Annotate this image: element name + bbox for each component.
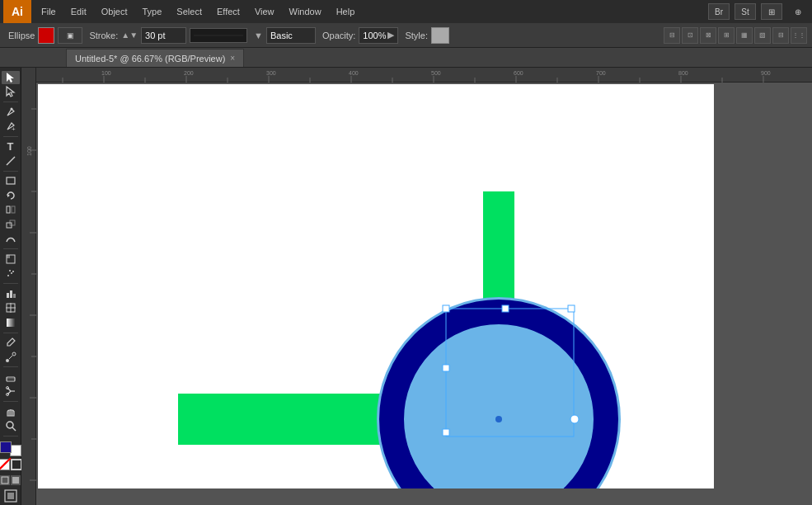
menu-help[interactable]: Help <box>330 5 362 18</box>
menu-bar: Ai File Edit Object Type Select Effect V… <box>0 0 812 23</box>
shape-name-label: Ellipse <box>8 31 35 40</box>
free-transform-tool[interactable] <box>2 252 20 266</box>
stroke-value-input[interactable] <box>141 27 186 44</box>
style-swatch[interactable] <box>431 27 449 44</box>
align-icon-4[interactable]: ⊞ <box>718 27 735 44</box>
main-area: + T <box>0 68 812 505</box>
menu-type[interactable]: Type <box>136 5 169 18</box>
workspace-grid-icon[interactable]: ⊞ <box>761 3 782 20</box>
mesh-tool[interactable] <box>2 301 20 314</box>
svg-rect-18 <box>10 290 12 298</box>
svg-text:600: 600 <box>514 70 523 76</box>
align-icon-5[interactable]: ▦ <box>736 27 753 44</box>
svg-point-25 <box>12 352 16 356</box>
bridge-icon[interactable]: Br <box>708 3 730 20</box>
svg-point-34 <box>7 422 13 428</box>
tab-bar: Untitled-5* @ 66.67% (RGB/Preview) × <box>0 48 812 68</box>
symbol-spray-tool[interactable] <box>2 267 20 281</box>
menu-window[interactable]: Window <box>283 5 328 18</box>
view-mode-2[interactable] <box>11 475 21 485</box>
svg-rect-27 <box>7 377 15 381</box>
tool-separator-4 <box>3 248 18 249</box>
menu-effect[interactable]: Effect <box>210 5 246 18</box>
ruler-horizontal: 100 200 300 400 500 600 <box>21 68 812 83</box>
hand-tool[interactable] <box>2 405 20 418</box>
center-dot <box>495 416 502 422</box>
align-icon-8[interactable]: ⋮⋮ <box>791 27 807 44</box>
background-color-swatch[interactable] <box>10 445 21 456</box>
blend-tool[interactable] <box>2 351 20 364</box>
search-icon[interactable]: ⊕ <box>787 3 809 20</box>
svg-rect-8 <box>12 206 15 213</box>
tool-separator-3 <box>3 171 18 172</box>
line-tool[interactable] <box>2 154 20 168</box>
stroke-arrows[interactable]: ▲▼ <box>121 31 138 40</box>
menu-file[interactable]: File <box>35 5 63 18</box>
stroke-style-dropdown[interactable] <box>190 28 247 43</box>
menu-edit[interactable]: Edit <box>64 5 93 18</box>
tool-separator-8 <box>3 401 18 402</box>
svg-point-14 <box>11 272 12 274</box>
stroke-color-swatch[interactable] <box>38 27 54 44</box>
opacity-value[interactable]: 100% ▶ <box>359 27 398 44</box>
warp-tool[interactable] <box>2 233 20 246</box>
svg-point-13 <box>7 275 9 276</box>
svg-rect-5 <box>7 177 15 184</box>
tool-separator-7 <box>3 366 18 367</box>
fill-stroke-toggle[interactable]: ▣ <box>58 27 82 44</box>
opacity-label: Opacity: <box>322 31 355 40</box>
svg-text:+: + <box>12 125 16 132</box>
svg-text:100: 100 <box>101 70 111 76</box>
rotate-tool[interactable] <box>2 189 20 202</box>
svg-point-15 <box>9 270 11 271</box>
svg-rect-36 <box>2 477 8 484</box>
direct-selection-tool[interactable] <box>2 86 20 99</box>
eyedropper-tool[interactable] <box>2 336 20 349</box>
scissors-tool[interactable] <box>2 385 20 399</box>
tool-separator-1 <box>3 101 18 102</box>
arrange-icons: ⊟ ⊡ ⊠ ⊞ ▦ ▧ ⊟ ⋮⋮ <box>664 27 807 44</box>
align-icon-6[interactable]: ▧ <box>754 27 771 44</box>
no-fill-icon[interactable] <box>0 459 10 470</box>
rectangle-tool[interactable] <box>2 174 20 187</box>
eraser-tool[interactable] <box>2 370 20 384</box>
pen-tool[interactable] <box>2 106 20 119</box>
scale-tool[interactable] <box>2 218 20 231</box>
gradient-tool[interactable] <box>2 316 20 329</box>
color-swatch-area <box>0 441 21 456</box>
stroke-none-icon[interactable] <box>11 459 22 470</box>
basic-style-dropdown[interactable]: Basic <box>266 27 316 44</box>
column-graph-tool[interactable] <box>2 287 20 300</box>
selection-tool[interactable] <box>2 71 20 84</box>
menu-view[interactable]: View <box>248 5 281 18</box>
svg-rect-37 <box>12 477 19 484</box>
align-icon-1[interactable]: ⊟ <box>664 27 680 44</box>
stroke-dropdown-arrow[interactable]: ▼ <box>254 31 263 40</box>
blue-circle <box>377 297 621 488</box>
svg-text:500: 500 <box>431 70 441 76</box>
add-anchor-tool[interactable]: + <box>2 120 20 133</box>
align-icon-3[interactable]: ⊠ <box>700 27 716 44</box>
stock-icon[interactable]: St <box>735 3 756 20</box>
menu-object[interactable]: Object <box>95 5 134 18</box>
svg-point-2 <box>10 107 12 110</box>
style-label: Style: <box>405 31 428 40</box>
svg-text:800: 800 <box>678 70 688 76</box>
tool-separator-9 <box>3 436 18 437</box>
view-mode-1[interactable] <box>0 475 10 485</box>
mirror-tool[interactable] <box>2 204 20 217</box>
svg-rect-23 <box>7 319 15 327</box>
top-right-icons: Br St ⊞ ⊕ <box>708 3 809 20</box>
tab-close-button[interactable]: × <box>230 54 235 63</box>
foreground-color-swatch[interactable] <box>0 441 12 453</box>
align-icon-2[interactable]: ⊡ <box>682 27 698 44</box>
zoom-tool[interactable] <box>2 419 20 432</box>
document-tab[interactable]: Untitled-5* @ 66.67% (RGB/Preview) × <box>66 49 244 67</box>
svg-point-24 <box>6 359 9 362</box>
ruler-vertical: 100 <box>21 68 36 505</box>
screen-mode-button[interactable] <box>3 488 18 505</box>
menu-select[interactable]: Select <box>170 5 209 18</box>
type-tool[interactable]: T <box>2 140 20 153</box>
align-icon-7[interactable]: ⊟ <box>772 27 789 44</box>
tab-title: Untitled-5* @ 66.67% (RGB/Preview) <box>75 54 225 64</box>
